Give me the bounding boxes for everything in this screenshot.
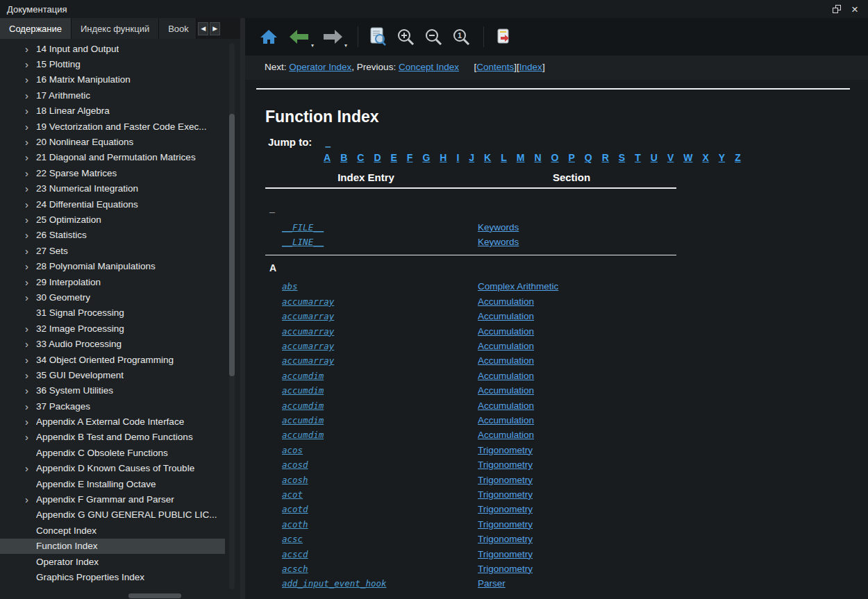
jump-letter-link[interactable]: B [340, 152, 347, 163]
chevron-right-icon[interactable]: › [21, 152, 36, 162]
tree-item[interactable]: ›26 Statistics [0, 228, 225, 243]
jump-letter-link[interactable]: J [469, 152, 474, 163]
tree-horizontal-scrollbar-thumb[interactable] [128, 593, 181, 598]
entry-link[interactable]: accumarray [282, 341, 334, 351]
chevron-right-icon[interactable]: › [21, 199, 36, 210]
jump-letter-link[interactable]: M [517, 152, 525, 163]
chevron-right-icon[interactable]: › [21, 277, 36, 287]
jump-letter-link[interactable]: W [683, 152, 692, 163]
jump-underscore-link[interactable]: _ [325, 137, 331, 148]
tree-item[interactable]: ›23 Numerical Integration [0, 181, 225, 196]
section-link[interactable]: Accumulation [478, 311, 534, 321]
chevron-right-icon[interactable]: › [21, 246, 36, 256]
chevron-right-icon[interactable]: › [21, 44, 36, 54]
entry-link[interactable]: accumdim [282, 400, 324, 411]
tree-item[interactable]: ›Appendix D Known Causes of Trouble [0, 461, 225, 476]
tree-item[interactable]: 31 Signal Processing [0, 305, 225, 321]
tree-item[interactable]: ›21 Diagonal and Permutation Matrices [0, 150, 225, 165]
tree-item[interactable]: ›30 Geometry [0, 289, 225, 305]
chevron-right-icon[interactable]: › [21, 385, 36, 396]
entry-link[interactable]: abs [282, 281, 298, 292]
forward-button[interactable]: ▾ [317, 23, 348, 51]
nav-previous-link[interactable]: Concept Index [399, 62, 459, 72]
tree-item[interactable]: ›15 Plotting [0, 56, 225, 71]
close-button[interactable]: × [846, 1, 864, 17]
section-link[interactable]: Keywords [478, 237, 519, 247]
entry-link[interactable]: acos [282, 445, 303, 455]
entry-link[interactable]: accumarray [282, 355, 334, 366]
chevron-right-icon[interactable]: › [21, 106, 36, 116]
tree-item[interactable]: ›14 Input and Output [0, 41, 225, 56]
jump-letter-link[interactable]: C [357, 152, 364, 163]
chevron-right-icon[interactable]: › [21, 90, 36, 101]
jump-letter-link[interactable]: X [702, 152, 708, 163]
section-link[interactable]: Accumulation [478, 341, 534, 351]
section-link[interactable]: Accumulation [478, 296, 534, 307]
entry-link[interactable]: accumarray [282, 296, 334, 307]
tree-item[interactable]: ›28 Polynomial Manipulations [0, 258, 225, 273]
jump-letter-link[interactable]: G [422, 152, 430, 163]
zoom-in-button[interactable] [393, 23, 418, 51]
chevron-right-icon[interactable]: › [21, 292, 36, 303]
entry-link[interactable]: accumdim [282, 371, 324, 381]
chevron-right-icon[interactable]: › [21, 416, 36, 427]
jump-letter-link[interactable]: H [440, 152, 446, 163]
section-link[interactable]: Accumulation [478, 355, 534, 366]
section-link[interactable]: Trigonometry [478, 534, 533, 544]
entry-link[interactable]: accumarray [282, 326, 334, 337]
entry-link[interactable]: acoth [282, 519, 308, 530]
nav-index-link[interactable]: Index [519, 62, 542, 72]
jump-letter-link[interactable]: V [667, 152, 674, 163]
jump-letter-link[interactable]: R [602, 152, 609, 163]
entry-link[interactable]: accumdim [282, 430, 324, 440]
jump-letter-link[interactable]: L [501, 152, 507, 163]
section-link[interactable]: Accumulation [478, 400, 534, 411]
jump-letter-link[interactable]: Z [735, 152, 741, 163]
entry-link[interactable]: acsc [282, 534, 303, 544]
section-link[interactable]: Trigonometry [478, 459, 533, 470]
section-link[interactable]: Trigonometry [478, 475, 533, 485]
export-button[interactable] [491, 23, 516, 51]
tree-item[interactable]: ›27 Sets [0, 243, 225, 258]
chevron-right-icon[interactable]: › [21, 59, 36, 69]
section-link[interactable]: Accumulation [478, 430, 534, 440]
tree-item[interactable]: Concept Index [0, 523, 225, 538]
entry-link[interactable]: acosd [282, 459, 308, 470]
section-link[interactable]: Trigonometry [478, 519, 533, 530]
tree-item[interactable]: ›20 Nonlinear Equations [0, 134, 225, 149]
zoom-reset-button[interactable]: 1 [449, 23, 474, 51]
entry-link[interactable]: acotd [282, 504, 308, 514]
tree-item[interactable]: ›24 Differential Equations [0, 196, 225, 212]
tab-bookmarks[interactable]: Book [159, 18, 197, 39]
tree-item[interactable]: ›32 Image Processing [0, 321, 225, 336]
jump-letter-link[interactable]: A [324, 152, 331, 163]
tree-item[interactable]: Appendix C Obsolete Functions [0, 445, 225, 460]
tree-item[interactable]: ›33 Audio Processing [0, 336, 225, 351]
splitter-handle[interactable] [240, 18, 245, 599]
tree-item[interactable]: ›19 Vectorization and Faster Code Exec..… [0, 119, 225, 134]
chevron-right-icon[interactable]: › [21, 230, 36, 240]
chevron-right-icon[interactable]: › [21, 168, 36, 178]
chevron-right-icon[interactable]: › [21, 74, 36, 85]
chevron-right-icon[interactable]: › [21, 261, 36, 271]
entry-link[interactable]: acscd [282, 549, 308, 559]
section-link[interactable]: Complex Arithmetic [478, 281, 558, 292]
section-link[interactable]: Keywords [478, 222, 519, 233]
tree-item[interactable]: ›22 Sparse Matrices [0, 165, 225, 180]
nav-next-link[interactable]: Operator Index [289, 62, 351, 72]
jump-letter-link[interactable]: D [374, 152, 381, 163]
tree-item[interactable]: ›34 Object Oriented Programming [0, 352, 225, 367]
section-link[interactable]: Accumulation [478, 415, 534, 425]
tree-item[interactable]: ›35 GUI Development [0, 367, 225, 382]
tree-vertical-scrollbar-thumb[interactable] [229, 114, 235, 376]
entry-link[interactable]: acosh [282, 475, 308, 485]
entry-link[interactable]: accumarray [282, 311, 334, 321]
section-link[interactable]: Accumulation [478, 371, 534, 381]
tree-item[interactable]: Function Index [0, 539, 225, 554]
tab-scroll-left-button[interactable]: ◀ [198, 22, 208, 35]
chevron-right-icon[interactable]: › [21, 463, 36, 473]
chevron-right-icon[interactable]: › [21, 339, 36, 349]
tree-item[interactable]: ›36 System Utilities [0, 383, 225, 398]
jump-letter-link[interactable]: O [551, 152, 559, 163]
chevron-right-icon[interactable]: › [21, 432, 36, 442]
